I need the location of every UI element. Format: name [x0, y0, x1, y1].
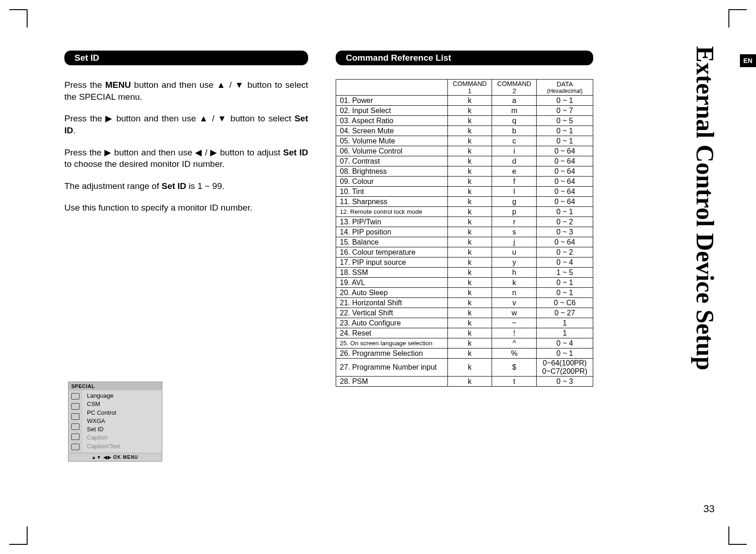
text: COMMAND	[496, 80, 533, 87]
cmd2: !	[492, 328, 537, 338]
cmd1: k	[447, 338, 492, 348]
cmd-name: 21. Horizontal Shift	[336, 298, 448, 308]
cmd1: k	[447, 318, 492, 328]
page: EN External Control Device Setup 33 Set …	[46, 28, 728, 526]
cmd-name: 07. Contrast	[336, 156, 448, 166]
cmd1: k	[447, 96, 492, 106]
cmd1: k	[447, 217, 492, 227]
text: is 1 ~ 99.	[186, 181, 224, 191]
cmd2: y	[492, 257, 537, 268]
bold-text: MENU	[105, 80, 131, 90]
cmd-name: 09. Colour	[336, 177, 448, 187]
table-row: 09. Colourkf0 ~ 64	[336, 177, 593, 187]
table-row: 20. Auto Sleepkn0 ~ 1	[336, 288, 593, 298]
cmd1: k	[447, 348, 492, 359]
cmd-data: 0 ~ 64	[537, 197, 593, 207]
table-row: 06. Volume Controlki0 ~ 64	[336, 146, 593, 156]
table-row: 27. Programme Number inputk$0~64(100PR)0…	[336, 359, 593, 377]
cmd-data: 0 ~ 64	[537, 237, 593, 247]
cmd1: k	[447, 288, 492, 298]
cmd2: r	[492, 217, 537, 227]
text: DATA	[540, 80, 589, 88]
table-row: 14. PIP positionks0 ~ 3	[336, 227, 593, 237]
cmd-data: 0 ~ 1	[537, 207, 593, 217]
cmd2: h	[492, 268, 537, 278]
instr-p4: The adjustment range of Set ID is 1 ~ 99…	[64, 180, 308, 192]
cmd-name: 20. Auto Sleep	[336, 288, 448, 298]
cmd2: b	[492, 126, 537, 136]
cmd2: f	[492, 177, 537, 187]
cmd-data: 0 ~ 1	[537, 136, 593, 146]
cmd1: k	[447, 106, 492, 116]
content: Set ID Press the MENU button and then us…	[64, 51, 625, 387]
side-title: External Control Device Setup	[691, 46, 719, 370]
cmd2: q	[492, 116, 537, 126]
language-tab: EN	[740, 54, 756, 67]
cmd-data: 0 ~ 1	[537, 126, 593, 136]
cmd-name: 11. Sharpness	[336, 197, 448, 207]
instr-p5: Use this function to specify a monitor I…	[64, 202, 308, 214]
table-row: 01. Powerka0 ~ 1	[336, 96, 593, 106]
cmd-data: 0~64(100PR)0~C7(200PR)	[537, 359, 593, 377]
cmd-name: 24. Reset	[336, 328, 448, 338]
cmd2: ^	[492, 338, 537, 348]
table-row: 17. PIP input sourceky0 ~ 4	[336, 257, 593, 268]
osd-item: Caption	[87, 434, 158, 441]
crop-mark	[728, 526, 729, 545]
cmd1: k	[447, 257, 492, 268]
cmd-data: 0 ~ 1	[537, 278, 593, 288]
table-row: 05. Volume Mutekc0 ~ 1	[336, 136, 593, 146]
cmd2: n	[492, 288, 537, 298]
table-row: 02. Input Selectkm0 ~ 7	[336, 106, 593, 116]
text: Press the ▶ button and then use ◀ / ▶ bu…	[64, 148, 283, 157]
cmd-data: 1	[537, 328, 593, 338]
text: (Hexadecimal)	[540, 88, 589, 94]
menu-icon	[71, 393, 80, 400]
crop-mark	[27, 9, 28, 28]
cmd-data: 0 ~ 4	[537, 338, 593, 348]
cmd-name: 03. Aspect Ratio	[336, 116, 448, 126]
page-number: 33	[704, 503, 715, 515]
cmd-name: 16. Colour temperature	[336, 247, 448, 257]
cmd-data: 0 ~ 64	[537, 156, 593, 166]
cmd2: u	[492, 247, 537, 257]
cmd-data: 0 ~ 2	[537, 217, 593, 227]
table-row: 21. Horizontal Shiftkv0 ~ C6	[336, 298, 593, 308]
cmd-name: 18. SSM	[336, 268, 448, 278]
cmd2: i	[492, 146, 537, 156]
menu-icon	[71, 403, 80, 410]
cmd-name: 22. Vertical Shift	[336, 308, 448, 318]
osd-title: SPECIAL	[69, 382, 162, 390]
command-table: COMMAND 1 COMMAND 2 DATA (Hexadecimal)	[336, 79, 593, 387]
osd-item-list: LanguageCSMPC ControlWXGASet IDCaptionCa…	[82, 390, 162, 453]
cmd1: k	[447, 116, 492, 126]
cmd-name: 28. PSM	[336, 377, 448, 387]
cmd2: d	[492, 156, 537, 166]
osd-special-menu: SPECIAL LanguageCSMPC ControlWXGASet IDC…	[68, 382, 162, 462]
cmd-data: 0 ~ 3	[537, 227, 593, 237]
table-row: 19. AVLkk0 ~ 1	[336, 278, 593, 288]
table-row: 23. Auto Configurek~1	[336, 318, 593, 328]
osd-footer: ▲▼ ◀▶ OK MENU	[69, 453, 162, 461]
cmd1: k	[447, 328, 492, 338]
cmd-data: 0 ~ 1	[537, 96, 593, 106]
text: 1	[452, 87, 488, 95]
cmd1: k	[447, 126, 492, 136]
cmd1: k	[447, 377, 492, 387]
table-row: 13. PIP/Twinkr0 ~ 2	[336, 217, 593, 227]
table-row: 15. Balancekj0 ~ 64	[336, 237, 593, 247]
table-row: 25. On screen language selectionk^0 ~ 4	[336, 338, 593, 348]
cmd1: k	[447, 146, 492, 156]
cmd-data: 0 ~ 64	[537, 187, 593, 197]
cmd2: e	[492, 166, 537, 177]
crop-mark	[27, 526, 28, 545]
cmd-name: 02. Input Select	[336, 106, 448, 116]
crop-mark	[728, 544, 747, 545]
menu-icon	[71, 444, 80, 450]
cmd2: p	[492, 207, 537, 217]
crop-mark	[9, 544, 28, 545]
cmd1: k	[447, 278, 492, 288]
cmd-data: 0 ~ 64	[537, 166, 593, 177]
cmd1: k	[447, 207, 492, 217]
cmd2: ~	[492, 318, 537, 328]
